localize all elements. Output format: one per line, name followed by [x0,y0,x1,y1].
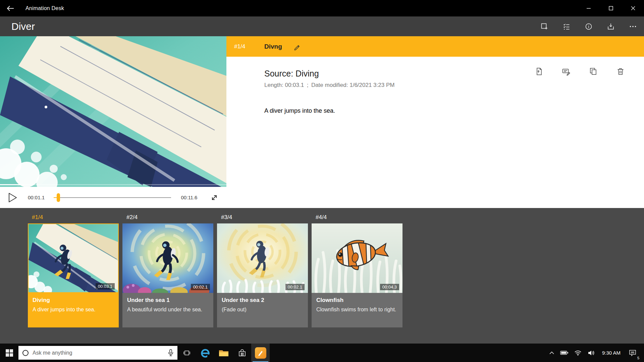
scene-duration-badge: 00:02.1 [285,284,305,290]
animation-desk-window: Animation Desk Diver [0,0,644,362]
search-input[interactable] [33,350,167,356]
system-tray: 9:30 AM 5 [546,344,644,362]
export-button[interactable] [600,16,622,36]
scene-card-body[interactable]: Under the sea 2 (Fade out) [217,293,308,327]
rename-scene-button[interactable] [291,41,303,52]
start-button[interactable] [0,344,18,362]
scene-card-index: #2/4 [126,214,213,221]
scene-card-body[interactable]: Diving A diver jumps into the sea. [28,293,119,327]
maximize-button[interactable] [600,0,622,16]
source-meta: Length: 00:03.1 ; Date modified: 1/6/202… [264,82,644,89]
file-explorer-icon [219,349,229,357]
wifi-icon [574,350,582,356]
minimize-button[interactable] [578,0,600,16]
store-button[interactable] [233,344,251,362]
scene-name: Divng [264,43,282,50]
maximize-icon [609,6,613,10]
preview-canvas[interactable] [0,36,226,187]
scene-thumbnail[interactable]: 00:02.1 [217,223,308,293]
scene-card-description: A diver jumps into the sea. [33,306,114,313]
add-scene-icon [540,22,548,31]
copy-scene-button[interactable] [589,67,598,76]
store-icon [238,349,247,357]
thumb-art-under-sea-2 [217,223,308,293]
scene-index: #1/4 [234,43,264,50]
fullscreen-button[interactable] [209,192,220,203]
delete-icon [616,67,625,76]
scene-card-index: #4/4 [316,214,402,221]
delete-scene-button[interactable] [616,67,625,76]
edit-caption-button[interactable] [561,67,571,76]
project-title: Diver [11,21,35,32]
volume-status[interactable] [585,344,598,362]
battery-icon [560,351,569,355]
scene-detail-panel: #1/4 Divng Source: Diving Length: 00:03.… [226,36,644,208]
scene-card-title: Under the sea 1 [127,297,209,304]
scene-card-description: (Fade out) [222,306,303,313]
edge-icon [200,348,211,358]
animation-desk-icon [255,347,266,359]
tray-overflow-button[interactable] [546,344,558,362]
play-icon [8,192,17,203]
scene-thumbnail[interactable]: 00:04.3 [312,223,402,293]
file-explorer-button[interactable] [214,344,233,362]
timeline-slider[interactable] [54,193,171,202]
cortana-search-box[interactable] [18,346,177,360]
scene-card-title: Clownfish [316,297,398,304]
scene-detail-body: Source: Diving Length: 00:03.1 ; Date mo… [226,57,644,208]
cortana-icon [22,349,29,357]
appbar-actions [533,16,644,36]
windows-logo-icon [5,349,14,357]
back-button[interactable] [0,0,21,16]
scene-thumbnail[interactable]: 00:03.1 [28,223,119,293]
slider-track [54,197,171,198]
scene-duration-badge: 00:02.1 [191,284,210,290]
scene-card-4[interactable]: #4/4 [312,214,402,327]
scene-list-button[interactable] [555,16,578,36]
scene-card-2[interactable]: #2/4 [122,214,213,327]
info-button[interactable] [578,16,600,36]
scene-card-3[interactable]: #3/4 [217,214,308,327]
app-command-bar: Diver [0,16,644,36]
slider-handle[interactable] [57,193,60,202]
scene-duration-badge: 00:04.3 [380,284,399,290]
scene-card-title: Under the sea 2 [222,297,303,304]
titlebar: Animation Desk [0,0,644,16]
scene-card-1[interactable]: #1/4 [28,214,119,327]
battery-status[interactable] [558,344,571,362]
info-icon [585,22,593,31]
action-center-button[interactable]: 5 [625,344,641,362]
export-frame-button[interactable] [534,67,544,76]
network-status[interactable] [571,344,585,362]
play-button[interactable] [7,192,18,203]
copy-icon [589,67,598,76]
scene-card-description: Clownfish swims from left to right. [316,306,398,313]
scene-strip: #1/4 [0,208,644,344]
edge-button[interactable] [196,344,214,362]
close-button[interactable] [622,0,644,16]
scene-duration-badge: 00:03.1 [96,283,115,290]
edit-pencil-icon [293,43,301,50]
back-icon [6,5,14,12]
edit-caption-icon [562,67,571,76]
preview-progress-fill [0,184,21,185]
mic-icon[interactable] [167,349,174,357]
scene-card-body[interactable]: Under the sea 1 A beautiful world under … [122,293,213,327]
animation-desk-taskbar-button[interactable] [251,344,270,362]
preview-artwork-diving-boat [0,36,226,187]
taskbar-clock[interactable]: 9:30 AM [598,350,625,356]
scene-list-icon [562,22,571,31]
scene-card-body[interactable]: Clownfish Clownfish swims from left to r… [312,293,402,327]
thumb-art-clownfish [312,223,402,293]
more-icon [629,22,637,31]
scene-card-title: Diving [33,297,114,304]
task-view-button[interactable] [177,344,196,362]
chevron-up-icon [549,351,554,355]
total-time: 00:11.6 [180,195,199,200]
scene-thumbnail[interactable]: 00:02.1 [122,223,213,293]
scene-preview: 00:01.1 00:11.6 [0,36,226,208]
export-frame-icon [535,67,543,76]
close-icon [631,6,635,10]
more-button[interactable] [622,16,644,36]
add-scene-button[interactable] [533,16,555,36]
